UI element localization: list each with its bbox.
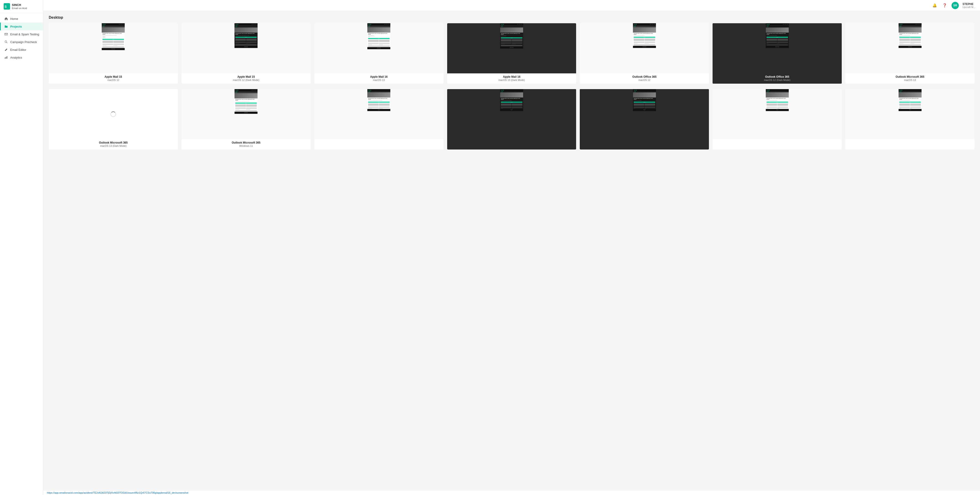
loading-spinner bbox=[110, 111, 116, 117]
help-button[interactable]: ❓ bbox=[942, 2, 948, 9]
campaign-label: Campaign Precheck bbox=[10, 40, 37, 44]
logo-subtitle: Email on Acid bbox=[12, 7, 27, 10]
bell-button[interactable]: 🔔 bbox=[931, 2, 938, 9]
section-title: Desktop bbox=[49, 16, 975, 20]
sidebar-item-projects[interactable]: Projects bbox=[0, 22, 43, 30]
preview-card-outlook-365-dark[interactable]: upcraft upcraft upcraft Lorem ipsum dolo… bbox=[713, 23, 842, 84]
preview-card-row2-7[interactable]: upcraft upcraft Lorem ipsum dolor sit am… bbox=[845, 89, 975, 150]
preview-os: macOS 13 (Dark Mode) bbox=[449, 79, 574, 81]
home-icon bbox=[4, 17, 8, 21]
chart-icon bbox=[4, 56, 8, 59]
preview-thumbnail: upcraft upcraft upcraft Lorem ipsum dolo… bbox=[447, 23, 576, 73]
preview-info: Outlook Microsoft 365 macOS 13 bbox=[845, 73, 975, 84]
logo-icon: S bbox=[4, 3, 10, 10]
sidebar-item-campaign[interactable]: Campaign Precheck bbox=[0, 38, 43, 46]
svg-rect-6 bbox=[6, 57, 6, 59]
home-label: Home bbox=[10, 17, 18, 21]
status-url: https://app.emailonacid.com/app/acidtest… bbox=[47, 491, 188, 494]
preview-card-outlook-ms365[interactable]: upcraft upcraft upcraft Lorem ipsum dolo… bbox=[845, 23, 975, 84]
preview-os: macOS 12 (Dark Mode) bbox=[715, 79, 840, 81]
preview-card-row2-3[interactable]: upcraft upcraft Lorem ipsum dolor sit am… bbox=[314, 89, 444, 150]
preview-thumbnail: upcraft upcraft upcraft Lorem ipsum dolo… bbox=[181, 89, 311, 139]
preview-info: Apple Mail 15 macOS 12 (Dark Mode) bbox=[181, 73, 311, 84]
svg-rect-2 bbox=[5, 33, 8, 35]
preview-info bbox=[845, 139, 975, 143]
preview-name: Outlook Office 365 bbox=[715, 75, 840, 78]
preview-card-row2-6[interactable]: upcraft upcraft Lorem ipsum dolor sit am… bbox=[713, 89, 842, 150]
preview-card-apple-mail-16-1[interactable]: upcraft upcraft upcraft Lorem ipsum dolo… bbox=[314, 23, 444, 84]
preview-os: macOS 13 bbox=[317, 79, 441, 81]
preview-info bbox=[580, 139, 709, 143]
app-logo: S SINCH Email on Acid bbox=[0, 0, 43, 13]
preview-grid-row1: upcraft upcraft upcraft Lorem ipsum dolo… bbox=[49, 23, 975, 84]
preview-os: macOS 12 (Dark Mode) bbox=[184, 79, 309, 81]
preview-name: Outlook Microsoft 365 bbox=[184, 141, 309, 144]
preview-name: Apple Mail 16 bbox=[449, 75, 574, 78]
preview-name: Apple Mail 16 bbox=[317, 75, 441, 78]
content-area: Desktop upcraft upcraft upcraft Lorem ip… bbox=[43, 11, 980, 490]
avatar[interactable]: SR bbox=[951, 2, 959, 9]
folder-icon bbox=[4, 25, 8, 28]
preview-card-apple-mail-15-2[interactable]: upcraft upcraft upcraft Lorem ipsum dolo… bbox=[181, 23, 311, 84]
preview-thumbnail: upcraft upcraft upcraft Lorem ipsum dolo… bbox=[580, 23, 709, 73]
email-spam-label: Email & Spam Testing bbox=[10, 33, 39, 36]
preview-thumbnail: upcraft upcraft Lorem ipsum dolor sit am… bbox=[713, 89, 842, 139]
search-icon bbox=[4, 40, 8, 44]
statusbar: https://app.emailonacid.com/app/acidtest… bbox=[43, 490, 980, 495]
preview-os: macOS 13 (Dark Mode) bbox=[51, 145, 176, 147]
preview-card-row2-4[interactable]: upcraft upcraft Lorem ipsum dolor sit am… bbox=[447, 89, 576, 150]
preview-info: Outlook Microsoft 365 macOS 13 (Dark Mod… bbox=[49, 139, 178, 150]
preview-thumbnail: upcraft upcraft Lorem ipsum dolor sit am… bbox=[845, 89, 975, 139]
sidebar-item-analytics[interactable]: Analytics bbox=[0, 54, 43, 61]
preview-thumbnail: upcraft upcraft upcraft Lorem ipsum dolo… bbox=[181, 23, 311, 73]
preview-info: Apple Mail 15 macOS 12 bbox=[49, 73, 178, 84]
sidebar-item-editor[interactable]: Email Editor bbox=[0, 46, 43, 54]
preview-name: Outlook Microsoft 365 bbox=[51, 141, 176, 144]
preview-info: Outlook Office 365 macOS 12 bbox=[580, 73, 709, 84]
preview-thumbnail: upcraft upcraft Lorem ipsum dolor sit am… bbox=[580, 89, 709, 139]
preview-info bbox=[713, 139, 842, 143]
projects-label: Projects bbox=[10, 25, 22, 28]
preview-info: Apple Mail 16 macOS 13 (Dark Mode) bbox=[447, 73, 576, 84]
preview-card-outlook-365-1[interactable]: upcraft upcraft upcraft Lorem ipsum dolo… bbox=[580, 23, 709, 84]
preview-thumbnail: upcraft upcraft upcraft Lorem ipsum dolo… bbox=[713, 23, 842, 73]
logo-title: SINCH bbox=[12, 3, 27, 7]
main-area: 🔔 ❓ SR STEPHE Upcraft M... Desktop upcra… bbox=[43, 0, 980, 495]
preview-card-apple-mail-15-1[interactable]: upcraft upcraft upcraft Lorem ipsum dolo… bbox=[49, 23, 178, 84]
user-info: STEPHE Upcraft M... bbox=[963, 3, 975, 8]
svg-text:S: S bbox=[5, 5, 6, 8]
sidebar-item-email-spam[interactable]: Email & Spam Testing bbox=[0, 30, 43, 38]
preview-info: Apple Mail 16 macOS 13 bbox=[314, 73, 444, 84]
preview-info bbox=[447, 139, 576, 143]
user-sub: Upcraft M... bbox=[963, 6, 975, 8]
topbar: 🔔 ❓ SR STEPHE Upcraft M... bbox=[43, 0, 980, 11]
svg-point-3 bbox=[5, 41, 7, 43]
preview-info bbox=[314, 139, 444, 143]
preview-card-apple-mail-16-dark[interactable]: upcraft upcraft upcraft Lorem ipsum dolo… bbox=[447, 23, 576, 84]
preview-thumbnail: upcraft upcraft upcraft Lorem ipsum dolo… bbox=[314, 23, 444, 73]
preview-os: macOS 12 bbox=[582, 79, 706, 81]
editor-label: Email Editor bbox=[10, 48, 26, 51]
preview-card-outlook-win11[interactable]: upcraft upcraft upcraft Lorem ipsum dolo… bbox=[181, 89, 311, 150]
sidebar: S SINCH Email on Acid Home Projects Emai… bbox=[0, 0, 43, 495]
sidebar-item-home[interactable]: Home bbox=[0, 15, 43, 22]
loading-spinner-container bbox=[49, 89, 178, 139]
preview-grid-row2: Outlook Microsoft 365 macOS 13 (Dark Mod… bbox=[49, 89, 975, 150]
envelope-icon bbox=[4, 32, 8, 36]
preview-os: macOS 12 bbox=[51, 79, 176, 81]
svg-line-4 bbox=[6, 42, 8, 43]
preview-card-row2-5[interactable]: upcraft upcraft Lorem ipsum dolor sit am… bbox=[580, 89, 709, 150]
pencil-icon bbox=[4, 48, 8, 51]
analytics-label: Analytics bbox=[10, 56, 22, 59]
preview-os: Windows 11 bbox=[184, 145, 309, 147]
preview-thumbnail: upcraft upcraft upcraft Lorem ipsum dolo… bbox=[845, 23, 975, 73]
preview-info: Outlook Microsoft 365 Windows 11 bbox=[181, 139, 311, 150]
preview-name: Apple Mail 15 bbox=[184, 75, 309, 78]
sidebar-nav: Home Projects Email & Spam Testing Campa… bbox=[0, 13, 43, 495]
preview-info: Outlook Office 365 macOS 12 (Dark Mode) bbox=[713, 73, 842, 84]
preview-card-loading[interactable]: Outlook Microsoft 365 macOS 13 (Dark Mod… bbox=[49, 89, 178, 150]
user-name: STEPHE bbox=[963, 3, 975, 6]
preview-name: Apple Mail 15 bbox=[51, 75, 176, 78]
svg-rect-5 bbox=[5, 57, 5, 59]
svg-rect-7 bbox=[7, 56, 8, 59]
